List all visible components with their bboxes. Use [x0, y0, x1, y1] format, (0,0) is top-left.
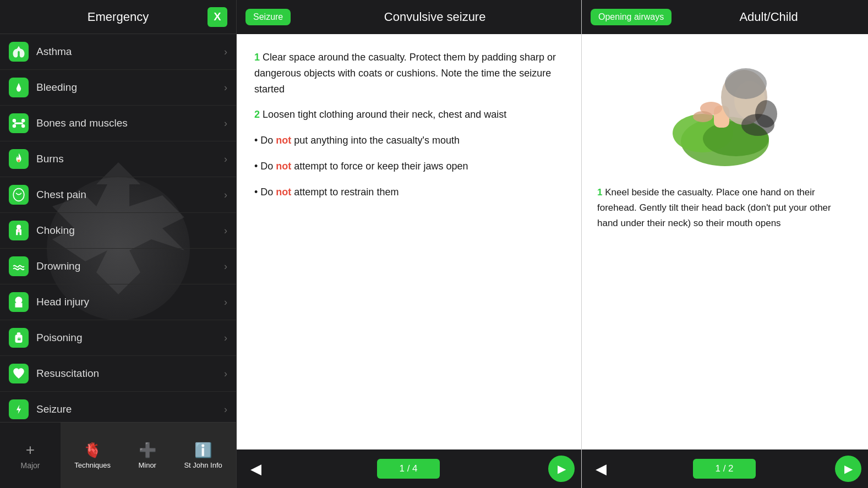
chevron-icon: ›: [224, 368, 227, 380]
chest-icon: [9, 185, 29, 205]
tab-stjohn-info[interactable]: ℹ️ St John Info: [177, 437, 228, 474]
svg-point-4: [21, 119, 25, 123]
middle-panel: Seizure Convulsive seizure 1 Clear space…: [237, 0, 582, 488]
not-1: not: [276, 135, 291, 146]
step-1-text: 1 Clear space around the casualty. Prote…: [254, 50, 564, 97]
tab-techniques-label: Techniques: [74, 461, 111, 469]
menu-item-poisoning[interactable]: ☠Poisoning›: [0, 320, 236, 356]
menu-item-burns[interactable]: Burns›: [0, 141, 236, 177]
menu-item-bleeding[interactable]: Bleeding›: [0, 70, 236, 106]
menu-item-label: Choking: [36, 224, 224, 237]
menu-item-label: Drowning: [36, 260, 224, 272]
step-1-num: 1: [254, 52, 260, 63]
bullet-3: • Do not attempt to restrain them: [254, 184, 564, 200]
seizure-tag-button[interactable]: Seizure: [245, 9, 291, 25]
right-step-num: 1: [597, 187, 602, 198]
chevron-icon: ›: [224, 82, 227, 94]
chevron-icon: ›: [224, 46, 227, 58]
tab-minor[interactable]: ➕ Minor: [132, 437, 163, 474]
chevron-icon: ›: [224, 118, 227, 129]
menu-item-chest-pain[interactable]: Chest pain›: [0, 177, 236, 213]
menu-item-label: Burns: [36, 153, 224, 165]
opening-airways-tag-button[interactable]: Opening airways: [591, 9, 672, 25]
tab-techniques[interactable]: 🫀 Techniques: [68, 437, 117, 474]
wave-icon: [9, 256, 29, 276]
mid-footer: ◀ 1 / 4 ▶: [237, 449, 581, 488]
chevron-icon: ›: [224, 297, 227, 308]
right-page-indicator: 1 / 2: [693, 459, 755, 479]
menu-item-head-injury[interactable]: Head injury›: [0, 284, 236, 320]
menu-list-wrap: Asthma›Bleeding›Bones and muscles›Burns›…: [0, 34, 236, 422]
svg-point-25: [755, 100, 777, 128]
right-header-title: Adult/Child: [678, 10, 859, 24]
right-footer: ◀ 1 / 2 ▶: [582, 449, 868, 488]
tab-group: 🫀 Techniques ➕ Minor ℹ️ St John Info: [61, 423, 236, 488]
right-play-button[interactable]: ▶: [835, 456, 861, 482]
mid-content: 1 Clear space around the casualty. Prote…: [237, 34, 581, 449]
menu-item-bones-and-muscles[interactable]: Bones and muscles›: [0, 106, 236, 141]
menu-item-resuscitation[interactable]: Resuscitation›: [0, 356, 236, 392]
svg-point-7: [17, 224, 21, 229]
menu-item-label: Bones and muscles: [36, 117, 224, 129]
lightning-icon: [9, 399, 29, 419]
techniques-icon: 🫀: [84, 442, 101, 459]
chevron-icon: ›: [224, 225, 227, 237]
svg-point-5: [21, 124, 25, 128]
menu-item-label: Poisoning: [36, 332, 224, 344]
lungs-icon: [9, 42, 29, 62]
mid-play-icon: ▶: [558, 462, 566, 475]
right-prev-button[interactable]: ◀: [588, 456, 614, 481]
right-panel: Opening airways Adult/Child: [582, 0, 868, 488]
bullet-2: • Do not attempt to force or keep their …: [254, 158, 564, 174]
heart-icon: [9, 364, 29, 383]
menu-item-asthma[interactable]: Asthma›: [0, 34, 236, 70]
svg-rect-1: [14, 122, 23, 124]
tab-minor-label: Minor: [138, 461, 156, 469]
info-icon: ℹ️: [194, 442, 212, 459]
mid-prev-button[interactable]: ◀: [243, 456, 269, 481]
airway-svg: [648, 53, 802, 169]
svg-point-3: [13, 124, 17, 128]
menu-item-choking[interactable]: !Choking›: [0, 213, 236, 249]
tab-stjohn-label: St John Info: [184, 461, 222, 469]
airway-illustration: [648, 51, 802, 172]
right-step-text: 1 Kneel beside the casualty. Place one h…: [597, 185, 853, 231]
left-header: Emergency X: [0, 0, 236, 34]
svg-point-23: [693, 111, 713, 122]
menu-item-drowning[interactable]: Drowning›: [0, 249, 236, 284]
mid-prev-icon: ◀: [250, 460, 261, 478]
choke-icon: !: [9, 221, 29, 240]
svg-text:☠: ☠: [17, 337, 21, 342]
menu-list: Asthma›Bleeding›Bones and muscles›Burns›…: [0, 34, 236, 422]
not-3: not: [276, 187, 291, 198]
left-tabbar: + Major 🫀 Techniques ➕ Minor ℹ️ St John …: [0, 422, 236, 488]
chevron-icon: ›: [224, 189, 227, 201]
minor-icon: ➕: [139, 442, 156, 459]
tab-major[interactable]: + Major: [0, 437, 61, 474]
close-button[interactable]: X: [208, 7, 227, 27]
tab-major-label: Major: [20, 461, 40, 470]
svg-point-2: [13, 119, 17, 123]
right-play-icon: ▶: [844, 462, 853, 475]
step-2-text: 2 Loosen tight clothing around their nec…: [254, 107, 564, 123]
poison-icon: ☠: [9, 328, 29, 348]
menu-item-seizure[interactable]: Seizure›: [0, 392, 236, 422]
step-2-num: 2: [254, 109, 260, 120]
menu-item-label: Bleeding: [36, 81, 224, 94]
svg-point-21: [725, 68, 767, 99]
menu-item-label: Chest pain: [36, 189, 224, 201]
drop-icon: [9, 78, 29, 97]
left-panel: Emergency X Asthma›Bleeding›Bones and mu…: [0, 0, 237, 488]
svg-rect-10: [17, 332, 21, 335]
menu-item-label: Seizure: [36, 403, 224, 415]
mid-play-button[interactable]: ▶: [548, 456, 575, 482]
flame-icon: [9, 149, 29, 169]
not-2: not: [276, 161, 291, 172]
head-icon: [9, 292, 29, 312]
mid-header: Seizure Convulsive seizure: [237, 0, 581, 34]
bone-icon: [9, 113, 29, 133]
bullet-1: • Do not put anything into the casualty'…: [254, 133, 564, 149]
chevron-icon: ›: [224, 261, 227, 272]
menu-item-label: Head injury: [36, 296, 224, 308]
right-content: 1 Kneel beside the casualty. Place one h…: [582, 34, 868, 449]
